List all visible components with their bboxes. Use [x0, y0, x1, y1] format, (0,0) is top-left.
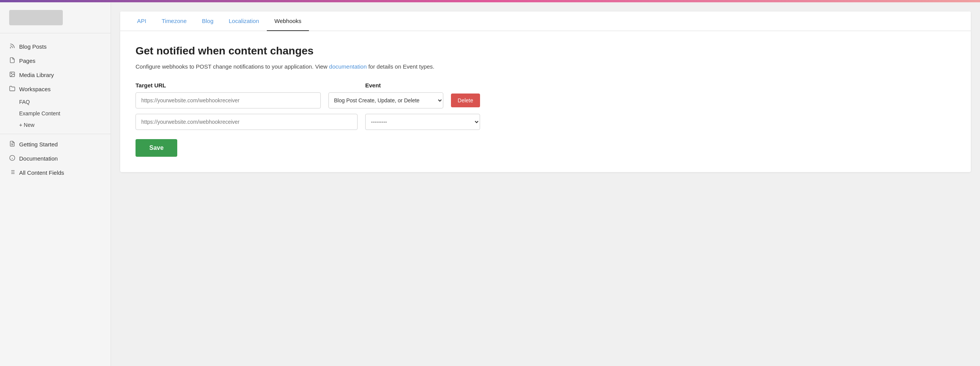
folder-icon [9, 85, 15, 93]
sidebar-logo [0, 2, 111, 33]
rss-icon [9, 43, 15, 50]
sidebar-item-media-library[interactable]: Media Library [0, 68, 111, 82]
sidebar-item-workspaces-label: Workspaces [19, 86, 51, 92]
sidebar-item-getting-started[interactable]: Getting Started [0, 137, 111, 151]
sidebar-item-workspaces[interactable]: Workspaces [0, 82, 111, 96]
sidebar-item-new-label: + New [19, 122, 34, 128]
tab-webhooks[interactable]: Webhooks [267, 11, 309, 31]
sidebar-item-example-content-label: Example Content [19, 110, 60, 117]
panel-description: Configure webhooks to POST change notifi… [136, 62, 956, 71]
list-icon [9, 169, 15, 176]
svg-point-0 [10, 48, 11, 48]
settings-panel: API Timezone Blog Localization Webhooks … [120, 11, 971, 172]
sidebar-item-pages[interactable]: Pages [0, 54, 111, 68]
tab-blog[interactable]: Blog [194, 11, 221, 31]
sidebar-item-all-content-fields[interactable]: All Content Fields [0, 166, 111, 180]
webhook-url-input-2[interactable] [136, 114, 358, 130]
sidebar-item-all-content-fields-label: All Content Fields [19, 169, 64, 176]
tab-api[interactable]: API [129, 11, 154, 31]
sidebar-item-example-content[interactable]: Example Content [0, 108, 111, 119]
panel-description-before: Configure webhooks to POST change notifi… [136, 63, 329, 70]
tab-localization[interactable]: Localization [221, 11, 267, 31]
sidebar-item-pages-label: Pages [19, 57, 36, 64]
documentation-link[interactable]: documentation [329, 63, 367, 70]
image-icon [9, 71, 15, 79]
webhook-url-input-1[interactable] [136, 92, 321, 108]
webhook-row-1: Blog Post Create, Update, or Delete ----… [136, 92, 480, 108]
sidebar-item-media-library-label: Media Library [19, 72, 54, 78]
sidebar-item-documentation[interactable]: Documentation [0, 151, 111, 166]
save-button[interactable]: Save [136, 139, 177, 157]
webhook-event-select-2[interactable]: --------- Blog Post Create, Update, or D… [365, 114, 480, 130]
col-event-header: Event [365, 82, 480, 89]
getting-started-icon [9, 141, 15, 148]
webhook-row-2: --------- Blog Post Create, Update, or D… [136, 114, 480, 130]
sidebar-item-blog-posts[interactable]: Blog Posts [0, 39, 111, 54]
sidebar-item-documentation-label: Documentation [19, 155, 58, 162]
col-url-header: Target URL [136, 82, 358, 89]
webhook-event-select-1[interactable]: Blog Post Create, Update, or Delete ----… [328, 92, 443, 108]
sidebar-item-blog-posts-label: Blog Posts [19, 43, 47, 50]
sidebar-nav: Blog Posts Pages Media Library Workspace… [0, 33, 111, 366]
webhook-table: Target URL Event Blog Post Create, Updat… [136, 82, 480, 157]
main-content: API Timezone Blog Localization Webhooks … [111, 2, 980, 366]
panel-title: Get notified when content changes [136, 45, 956, 57]
app-container: Blog Posts Pages Media Library Workspace… [0, 2, 980, 366]
tabs-bar: API Timezone Blog Localization Webhooks [120, 11, 971, 31]
sidebar-item-getting-started-label: Getting Started [19, 141, 58, 148]
webhook-table-header: Target URL Event [136, 82, 480, 89]
svg-point-2 [11, 73, 12, 74]
sidebar-item-new[interactable]: + New [0, 119, 111, 131]
panel-description-after: for details on Event types. [367, 63, 434, 70]
sidebar-divider [0, 134, 111, 134]
delete-button-1[interactable]: Delete [451, 94, 480, 107]
sidebar-item-faq[interactable]: FAQ [0, 96, 111, 108]
panel-content: Get notified when content changes Config… [120, 31, 971, 172]
tab-timezone[interactable]: Timezone [154, 11, 194, 31]
file-icon [9, 57, 15, 64]
sidebar: Blog Posts Pages Media Library Workspace… [0, 2, 111, 366]
info-icon [9, 155, 15, 162]
sidebar-item-faq-label: FAQ [19, 99, 30, 105]
logo [9, 10, 63, 25]
